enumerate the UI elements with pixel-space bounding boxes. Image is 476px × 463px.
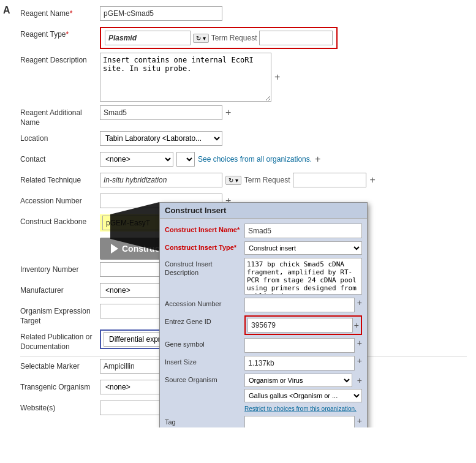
reagent-additional-name-plus[interactable]: + — [225, 108, 231, 118]
popup-gene-symbol-plus[interactable]: + — [357, 338, 362, 348]
reagent-additional-name-input[interactable] — [100, 105, 222, 120]
popup-gene-symbol-input[interactable] — [244, 338, 355, 353]
contact-select-arrow[interactable] — [176, 152, 195, 167]
websites-label: Website(s) — [20, 401, 100, 413]
section-label-a: A — [3, 5, 10, 16]
popup-source-organism-plus[interactable]: + — [357, 375, 362, 385]
reagent-description-plus[interactable]: + — [274, 72, 280, 82]
popup-body: Construct Insert Name* Construct Insert … — [160, 219, 367, 427]
popup-row-gene-symbol: Gene symbol + — [165, 338, 362, 353]
construct-insert-spacer — [20, 235, 100, 238]
related-technique-input[interactable] — [100, 173, 222, 187]
popup-row-insert-name: Construct Insert Name* — [165, 224, 362, 238]
related-publication-label: Related Publication or Documentation — [20, 329, 100, 352]
popup-source-organism-select[interactable]: Organism or Virus — [244, 374, 352, 387]
transgenic-organism-label: Transgenic Organism — [20, 380, 100, 393]
construct-insert-popup: Construct Insert Construct Insert Name* … — [159, 202, 368, 427]
popup-insert-desc-textarea[interactable]: 1137 bp chick Smad5 cDNA fragment, ampli… — [244, 258, 362, 295]
popup-row-insert-size: Insert Size + — [165, 356, 362, 371]
popup-insert-size-input[interactable] — [244, 356, 355, 371]
popup-insert-type-select[interactable]: Construct insert — [244, 241, 362, 255]
reagent-description-textarea[interactable]: Insert contains one internal EcoRI site.… — [100, 53, 271, 102]
manufacturer-label: Manufacturer — [20, 283, 100, 296]
popup-entrez-input[interactable] — [247, 318, 353, 333]
popup-row-accession: Accession Number + — [165, 298, 362, 312]
popup-row-insert-desc: Construct Insert Description 1137 bp chi… — [165, 258, 362, 295]
popup-insert-size-label: Insert Size — [165, 356, 244, 366]
contact-select[interactable]: <none> — [100, 152, 173, 167]
popup-insert-size-plus[interactable]: + — [357, 356, 362, 366]
popup-row-source-organism: Source Organism Organism or Virus + Gall… — [165, 374, 362, 413]
location-label: Location — [20, 131, 100, 144]
selectable-marker-label: Selectable Marker — [20, 359, 100, 372]
reagent-additional-name-label: Reagent Additional Name — [20, 105, 100, 127]
popup-accession-plus[interactable]: + — [357, 298, 362, 307]
popup-tag-plus[interactable]: + — [357, 416, 362, 426]
popup-row-entrez: Entrez Gene ID + — [165, 315, 362, 335]
contact-label: Contact — [20, 152, 100, 165]
contact-plus[interactable]: + — [315, 154, 320, 164]
reagent-type-label: Reagent Type* — [20, 27, 100, 40]
popup-insert-name-label: Construct Insert Name* — [165, 224, 244, 234]
related-technique-plus[interactable]: + — [369, 175, 375, 185]
related-technique-term-input[interactable] — [293, 173, 366, 187]
popup-tag-input[interactable] — [244, 416, 355, 427]
popup-accession-label: Accession Number — [165, 298, 244, 308]
related-technique-term-label: Term Request — [244, 176, 290, 184]
popup-row-tag: Tag + — [165, 416, 362, 427]
term-request-label: Term Request — [211, 34, 257, 42]
reagent-type-input[interactable] — [105, 31, 191, 45]
related-technique-label: Related Technique — [20, 173, 100, 186]
reagent-type-box: ↻ ▾ Term Request — [100, 27, 338, 49]
popup-title: Construct Insert — [160, 203, 367, 219]
reagent-description-label: Reagent Description — [20, 53, 100, 66]
popup-entrez-box: + — [244, 315, 362, 335]
location-select[interactable]: Tabin Laboratory <Laborato... — [100, 131, 222, 146]
reagent-name-input[interactable] — [100, 6, 222, 21]
reagent-name-label: Reagent Name* — [20, 6, 100, 19]
popup-gene-symbol-label: Gene symbol — [165, 338, 244, 348]
construct-backbone-label: Construct Backbone — [20, 214, 100, 227]
inventory-number-label: Inventory Number — [20, 262, 100, 275]
popup-entrez-label: Entrez Gene ID — [165, 315, 244, 326]
popup-tag-label: Tag — [165, 416, 244, 426]
accession-number-label: Accession Number — [20, 194, 100, 206]
popup-accession-input[interactable] — [244, 298, 355, 312]
popup-insert-type-label: Construct Insert Type* — [165, 241, 244, 252]
organism-expression-label: Organism Expression Target — [20, 304, 100, 326]
popup-row-insert-type: Construct Insert Type* Construct insert — [165, 241, 362, 255]
popup-restrict-choices-link[interactable]: Restrict to choices from this organizati… — [244, 405, 357, 412]
popup-source-organism-label: Source Organism — [165, 374, 244, 384]
contact-org-link[interactable]: See choices from all organizations. — [198, 155, 312, 164]
popup-insert-name-input[interactable] — [244, 224, 362, 238]
popup-entrez-plus[interactable]: + — [354, 320, 359, 330]
popup-insert-desc-label: Construct Insert Description — [165, 258, 244, 277]
play-icon — [111, 244, 118, 254]
popup-source-organism-sub-select[interactable]: Gallus gallus <Organism or ... — [244, 389, 362, 402]
reagent-type-refresh-btn[interactable]: ↻ ▾ — [193, 34, 209, 43]
related-technique-refresh[interactable]: ↻ ▾ — [225, 176, 241, 185]
term-request-input[interactable] — [259, 31, 333, 45]
